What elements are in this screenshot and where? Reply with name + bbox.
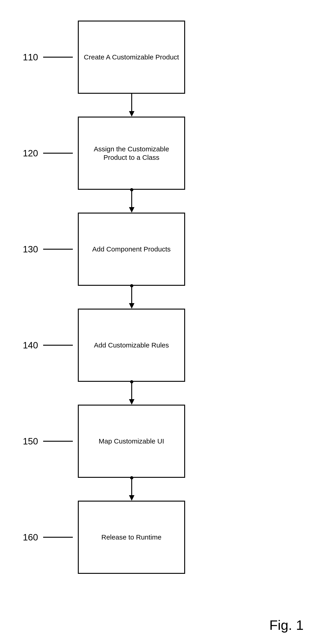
flowchart-box: Release to Runtime bbox=[78, 501, 185, 574]
connector-line bbox=[131, 94, 132, 112]
flowchart-connector bbox=[131, 286, 132, 309]
flowchart-box-text: Create A Customizable Product bbox=[84, 53, 179, 62]
arrow-down-icon bbox=[129, 111, 135, 116]
flowchart-connector bbox=[131, 94, 132, 116]
arrow-down-icon bbox=[129, 399, 135, 405]
flowchart-step: 160Release to Runtime bbox=[23, 501, 185, 574]
flowchart-box: Create A Customizable Product bbox=[78, 20, 185, 94]
connector-dot bbox=[130, 476, 133, 480]
connector-line bbox=[131, 382, 132, 400]
connector-dot bbox=[130, 284, 133, 287]
lead-line bbox=[43, 345, 73, 346]
flowchart-step: 130Add Component Products bbox=[23, 212, 185, 286]
flowchart-canvas: 110Create A Customizable Product120Assig… bbox=[0, 0, 328, 644]
flowchart-box: Add Customizable Rules bbox=[78, 309, 185, 382]
arrow-down-icon bbox=[129, 207, 135, 212]
flowchart-box-text: Add Component Products bbox=[92, 245, 171, 254]
lead-line bbox=[43, 153, 73, 154]
connector-line bbox=[131, 190, 132, 208]
lead-line bbox=[43, 57, 73, 58]
flowchart-step: 110Create A Customizable Product bbox=[23, 20, 185, 94]
lead-line bbox=[43, 249, 73, 250]
flowchart-step: 150Map Customizable UI bbox=[23, 405, 185, 478]
lead-line bbox=[43, 537, 73, 538]
step-ref-number: 140 bbox=[23, 340, 38, 350]
flowchart-box-text: Assign the Customizable Product to a Cla… bbox=[83, 145, 180, 162]
step-ref-number: 110 bbox=[23, 52, 38, 62]
flowchart-box: Add Component Products bbox=[78, 212, 185, 286]
connector-line bbox=[131, 286, 132, 304]
flowchart-box-text: Add Customizable Rules bbox=[94, 341, 169, 350]
flowchart-connector bbox=[131, 190, 132, 212]
step-ref-number: 150 bbox=[23, 436, 38, 446]
connector-dot bbox=[130, 188, 133, 191]
flowchart-connector bbox=[131, 478, 132, 501]
arrow-down-icon bbox=[129, 303, 135, 309]
step-ref-number: 160 bbox=[23, 532, 38, 542]
connector-line bbox=[131, 478, 132, 496]
flowchart-step: 120Assign the Customizable Product to a … bbox=[23, 116, 185, 190]
connector-dot bbox=[130, 380, 133, 384]
flowchart-box: Map Customizable UI bbox=[78, 405, 185, 478]
flowchart-box-text: Release to Runtime bbox=[101, 533, 161, 542]
flowchart-step: 140Add Customizable Rules bbox=[23, 309, 185, 382]
flowchart-box: Assign the Customizable Product to a Cla… bbox=[78, 116, 185, 190]
step-ref-number: 130 bbox=[23, 244, 38, 254]
lead-line bbox=[43, 441, 73, 442]
arrow-down-icon bbox=[129, 495, 135, 501]
figure-label: Fig. 1 bbox=[269, 617, 304, 633]
flowchart-box-text: Map Customizable UI bbox=[99, 437, 164, 446]
step-ref-number: 120 bbox=[23, 148, 38, 158]
flowchart-connector bbox=[131, 382, 132, 405]
